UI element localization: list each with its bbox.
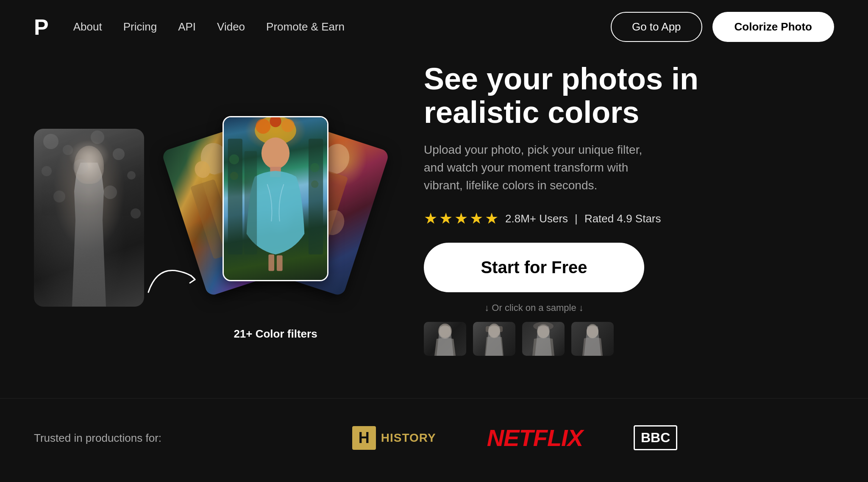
rating-separator: | (575, 212, 578, 225)
rating-row: ★ ★ ★ ★ ★ 2.8M+ Users | Rated 4.9 Stars (424, 210, 834, 227)
color-filter-label: 21+ Color filters (170, 327, 381, 341)
svg-point-9 (131, 208, 141, 219)
star-5: ★ (485, 210, 498, 227)
svg-point-36 (533, 322, 554, 330)
sample-thumb-2[interactable] (473, 322, 515, 356)
trusted-section: Trusted in productions for: H HISTORY NE… (0, 398, 868, 477)
hero-headline: See your photos inrealistic colors (424, 62, 834, 129)
nav-item-video[interactable]: Video (217, 20, 245, 33)
nav-item-api[interactable]: API (178, 20, 196, 33)
svg-point-19 (281, 119, 295, 132)
svg-point-37 (587, 324, 598, 338)
sample-label: ↓ Or click on a sample ↓ (424, 302, 644, 313)
svg-rect-30 (268, 254, 274, 271)
svg-point-21 (262, 137, 289, 169)
star-1: ★ (424, 210, 437, 227)
svg-point-8 (103, 186, 117, 199)
history-text: HISTORY (381, 431, 436, 445)
rated-text: Rated 4.9 Stars (584, 212, 661, 225)
svg-point-1 (63, 145, 73, 155)
svg-point-32 (438, 324, 452, 339)
users-count: 2.8M+ Users (505, 212, 568, 225)
star-4: ★ (470, 210, 483, 227)
svg-point-35 (537, 324, 550, 338)
nav-item-promote-earn[interactable]: Promote & Earn (266, 20, 345, 33)
nav-item-about[interactable]: About (73, 20, 102, 33)
svg-rect-31 (277, 255, 283, 271)
svg-point-28 (310, 163, 319, 172)
hero-section: 21+ Color filters See your photos inreal… (0, 54, 868, 381)
goto-app-button[interactable]: Go to App (611, 12, 702, 42)
arrow-decoration (144, 258, 199, 301)
svg-point-6 (127, 171, 136, 180)
svg-point-0 (43, 134, 58, 149)
nav-links: About Pricing API Video Promote & Earn (73, 20, 611, 33)
svg-point-7 (53, 191, 65, 202)
sample-thumb-1[interactable] (424, 322, 466, 356)
sample-thumb-4[interactable] (571, 322, 614, 356)
nav-actions: Go to App Colorize Photo (611, 12, 834, 42)
sample-thumb-3[interactable] (522, 322, 565, 356)
svg-point-26 (229, 154, 239, 164)
color-photos-container: 21+ Color filters (170, 108, 381, 319)
netflix-logo: NETFLIX (487, 424, 583, 452)
svg-point-18 (256, 119, 270, 133)
svg-point-2 (91, 130, 104, 144)
nav-item-pricing[interactable]: Pricing (123, 20, 157, 33)
svg-rect-25 (309, 139, 323, 254)
bbc-logo: BBC (634, 425, 677, 450)
sample-thumbnails (424, 322, 644, 356)
star-3: ★ (454, 210, 468, 227)
svg-point-5 (73, 159, 88, 175)
navigation: P About Pricing API Video Promote & Earn… (0, 0, 868, 54)
trusted-label: Trusted in productions for: (34, 430, 161, 446)
star-rating: ★ ★ ★ ★ ★ (424, 210, 498, 227)
bbc-b1: BBC (635, 427, 676, 449)
svg-point-29 (311, 180, 319, 188)
svg-point-27 (230, 172, 239, 180)
hero-text: See your photos inrealistic colors Uploa… (407, 62, 834, 356)
svg-point-33 (488, 324, 500, 337)
hero-subtext: Upload your photo, pick your unique filt… (424, 141, 644, 194)
svg-rect-24 (245, 151, 257, 254)
history-channel-logo: H HISTORY (352, 426, 436, 450)
svg-rect-34 (486, 326, 503, 332)
star-2: ★ (439, 210, 453, 227)
start-for-free-button[interactable]: Start for Free (424, 243, 644, 292)
history-h-icon: H (352, 426, 376, 450)
color-card-center (223, 116, 328, 281)
bw-photo (34, 129, 144, 307)
colorize-photo-button[interactable]: Colorize Photo (712, 12, 834, 42)
svg-point-3 (113, 148, 125, 160)
brand-logos: H HISTORY NETFLIX BBC (195, 424, 834, 452)
svg-point-4 (42, 166, 52, 176)
logo[interactable]: P (34, 16, 48, 38)
